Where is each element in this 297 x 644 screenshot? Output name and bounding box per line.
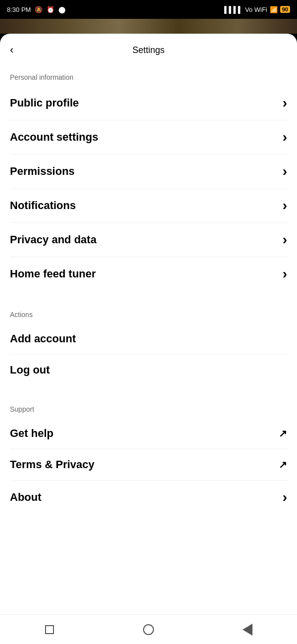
settings-item-add-account[interactable]: Add account <box>0 323 297 354</box>
chevron-right-icon-home-feed-tuner: › <box>283 266 287 282</box>
settings-item-label-notifications: Notifications <box>10 199 76 212</box>
clock-icon: ⏰ <box>47 6 54 13</box>
alarm-icon: 🔕 <box>35 6 43 13</box>
page-title: Settings <box>132 45 164 55</box>
settings-item-label-public-profile: Public profile <box>10 97 79 109</box>
settings-item-label-terms-privacy: Terms & Privacy <box>10 458 95 471</box>
nav-circle-button[interactable] <box>142 623 155 637</box>
settings-item-label-privacy-and-data: Privacy and data <box>10 233 97 246</box>
section-spacer <box>0 514 297 524</box>
settings-item-label-home-feed-tuner: Home feed tuner <box>10 268 96 280</box>
settings-item-label-add-account: Add account <box>10 332 76 345</box>
top-image-strip <box>0 19 297 34</box>
chevron-right-icon-privacy-and-data: › <box>283 232 287 248</box>
nav-back-button[interactable] <box>241 623 254 637</box>
settings-item-log-out[interactable]: Log out <box>0 355 297 385</box>
settings-item-terms-privacy[interactable]: Terms & Privacy↗ <box>0 449 297 480</box>
dot-icon: ⬤ <box>58 6 66 13</box>
settings-list: Personal informationPublic profile›Accou… <box>0 63 297 524</box>
settings-item-get-help[interactable]: Get help↗ <box>0 418 297 449</box>
status-left: 8:30 PM 🔕 ⏰ ⬤ <box>7 6 66 13</box>
status-bar: 8:30 PM 🔕 ⏰ ⬤ ▌▌▌▌ Vo WiFi 📶 90 <box>0 0 297 19</box>
main-content: ‹ Settings Personal informationPublic pr… <box>0 34 297 644</box>
settings-item-about[interactable]: About› <box>0 481 297 514</box>
nav-square-button[interactable] <box>43 623 56 637</box>
nav-square-icon <box>45 625 54 634</box>
time: 8:30 PM <box>7 6 31 13</box>
settings-item-privacy-and-data[interactable]: Privacy and data› <box>0 223 297 257</box>
settings-item-label-get-help: Get help <box>10 427 53 440</box>
settings-item-label-account-settings: Account settings <box>10 131 98 144</box>
chevron-right-icon-permissions: › <box>283 163 287 179</box>
header: ‹ Settings <box>0 34 297 63</box>
section-label-support: Support <box>0 395 297 418</box>
chevron-right-icon-public-profile: › <box>283 95 287 111</box>
back-icon: ‹ <box>10 44 13 56</box>
section-label-personal-information: Personal information <box>0 63 297 86</box>
nav-bar <box>0 614 297 644</box>
settings-item-label-permissions: Permissions <box>10 165 75 178</box>
battery-level: 90 <box>280 6 290 13</box>
wifi-bars-icon: 📶 <box>270 6 278 13</box>
settings-item-public-profile[interactable]: Public profile› <box>0 86 297 120</box>
external-link-icon-get-help: ↗ <box>279 428 287 439</box>
external-link-icon-terms-privacy: ↗ <box>279 459 287 471</box>
settings-item-notifications[interactable]: Notifications› <box>0 189 297 222</box>
back-button[interactable]: ‹ <box>10 42 17 58</box>
settings-item-permissions[interactable]: Permissions› <box>0 155 297 188</box>
settings-item-account-settings[interactable]: Account settings› <box>0 120 297 154</box>
wifi-icon: Vo WiFi <box>245 6 267 13</box>
signal-icon: ▌▌▌▌ <box>224 6 243 13</box>
status-right: ▌▌▌▌ Vo WiFi 📶 90 <box>224 6 290 13</box>
chevron-right-icon-notifications: › <box>283 198 287 214</box>
nav-triangle-icon <box>243 624 252 636</box>
settings-item-home-feed-tuner[interactable]: Home feed tuner› <box>0 257 297 291</box>
chevron-right-icon-about: › <box>283 489 287 505</box>
section-spacer <box>0 385 297 395</box>
chevron-right-icon-account-settings: › <box>283 129 287 145</box>
settings-item-label-log-out: Log out <box>10 364 50 376</box>
settings-item-label-about: About <box>10 491 42 504</box>
nav-circle-icon <box>143 624 154 635</box>
section-spacer <box>0 291 297 301</box>
section-label-actions: Actions <box>0 301 297 323</box>
